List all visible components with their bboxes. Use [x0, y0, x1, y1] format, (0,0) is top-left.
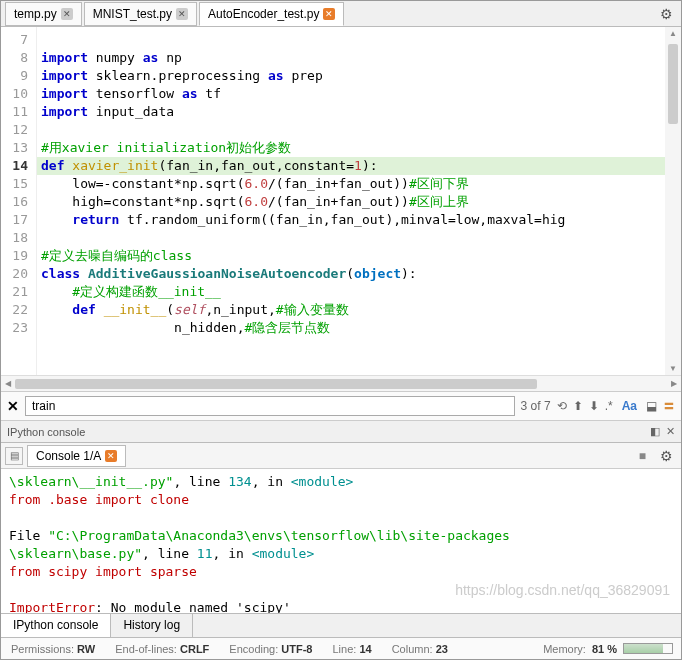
tab-label: temp.py [14, 7, 57, 21]
code-line[interactable]: class AdditiveGaussioanNoiseAutoencoder(… [37, 265, 665, 283]
find-down-icon[interactable]: ⬇ [589, 399, 599, 413]
console-tabbar: ▤ Console 1/A ✕ ■ ⚙ [1, 443, 681, 469]
gear-icon[interactable]: ⚙ [656, 444, 677, 468]
code-line[interactable]: return tf.random_uniform((fan_in,fan_out… [37, 211, 665, 229]
tab-label: AutoEncoder_test.py [208, 7, 319, 21]
code-line[interactable]: low=-constant*np.sqrt(6.0/(fan_in+fan_ou… [37, 175, 665, 193]
console-tab-label: Console 1/A [36, 449, 101, 463]
console-tab[interactable]: Console 1/A ✕ [27, 445, 126, 467]
find-up-icon[interactable]: ⬆ [573, 399, 583, 413]
status-line: 14 [359, 643, 371, 655]
find-case-icon[interactable]: Aa [619, 397, 640, 415]
panel-undock-icon[interactable]: ◧ [650, 425, 660, 438]
find-close-icon[interactable]: ✕ [7, 398, 19, 414]
console-panel-title: IPython console [7, 426, 85, 438]
find-input[interactable] [25, 396, 515, 416]
console-stop-icon[interactable]: ■ [639, 449, 646, 463]
console-text: from .base import clone [9, 491, 673, 509]
code-line[interactable]: #用xavier initialization初始化参数 [37, 139, 665, 157]
code-line[interactable] [37, 31, 665, 49]
gear-icon[interactable]: ⚙ [656, 2, 677, 26]
status-memory: 81 % [592, 643, 617, 655]
status-eol: CRLF [180, 643, 209, 655]
find-prev-icon[interactable]: ⟲ [557, 399, 567, 413]
scroll-thumb-h[interactable] [15, 379, 537, 389]
close-icon[interactable]: ✕ [61, 8, 73, 20]
editor-scrollbar-horizontal[interactable]: ◀ ▶ [1, 375, 681, 391]
console-panel-header: IPython console ◧ ✕ [1, 421, 681, 443]
code-line[interactable]: #定义去噪自编码的class [37, 247, 665, 265]
find-regex-icon[interactable]: .* [605, 399, 613, 413]
code-line[interactable]: import input_data [37, 103, 665, 121]
tab-ipython-console[interactable]: IPython console [1, 614, 111, 637]
memory-bar [623, 643, 673, 654]
code-editor[interactable]: 7891011121314151617181920212223 import n… [1, 27, 681, 375]
code-line[interactable]: #定义构建函数__init__ [37, 283, 665, 301]
scroll-right-icon[interactable]: ▶ [667, 379, 681, 388]
code-line[interactable]: def __init__(self,n_input,#输入变量数 [37, 301, 665, 319]
tab-label: MNIST_test.py [93, 7, 172, 21]
status-bar: Permissions: RW End-of-lines: CRLF Encod… [1, 637, 681, 659]
code-line[interactable]: n_hidden,#隐含层节点数 [37, 319, 665, 337]
find-options-icon[interactable]: 〓 [663, 398, 675, 415]
status-encoding: UTF-8 [281, 643, 312, 655]
find-bar: ✕ 3 of 7 ⟲ ⬆ ⬇ .* Aa ⬓ 〓 [1, 391, 681, 421]
console-text: \sklearn\__init__.py" [9, 474, 173, 489]
panel-close-icon[interactable]: ✕ [666, 425, 675, 438]
scroll-down-icon[interactable]: ▼ [669, 364, 677, 373]
code-line[interactable]: def xavier_init(fan_in,fan_out,constant=… [37, 157, 665, 175]
tab-history-log[interactable]: History log [111, 614, 193, 637]
code-line[interactable] [37, 121, 665, 139]
code-line[interactable]: import tensorflow as tf [37, 85, 665, 103]
line-gutter: 7891011121314151617181920212223 [1, 27, 37, 375]
status-permissions: RW [77, 643, 95, 655]
code-line[interactable]: high=constant*np.sqrt(6.0/(fan_in+fan_ou… [37, 193, 665, 211]
console-output[interactable]: \sklearn\__init__.py", line 134, in <mod… [1, 469, 681, 613]
find-match-count: 3 of 7 [521, 399, 551, 413]
console-text: from scipy import sparse [9, 563, 673, 581]
status-column: 23 [436, 643, 448, 655]
editor-tab[interactable]: temp.py✕ [5, 2, 82, 26]
find-word-icon[interactable]: ⬓ [646, 399, 657, 413]
close-icon[interactable]: ✕ [323, 8, 335, 20]
console-error: ImportError [9, 600, 95, 613]
editor-tab[interactable]: MNIST_test.py✕ [84, 2, 197, 26]
editor-scrollbar-vertical[interactable]: ▲ ▼ [665, 27, 681, 375]
code-line[interactable] [37, 229, 665, 247]
code-line[interactable]: import sklearn.preprocessing as prep [37, 67, 665, 85]
bottom-tabbar: IPython console History log [1, 613, 681, 637]
console-tablist-icon[interactable]: ▤ [5, 447, 23, 465]
close-icon[interactable]: ✕ [176, 8, 188, 20]
code-area[interactable]: import numpy as npimport sklearn.preproc… [37, 27, 665, 375]
scroll-left-icon[interactable]: ◀ [1, 379, 15, 388]
editor-tabbar: temp.py✕MNIST_test.py✕AutoEncoder_test.p… [1, 1, 681, 27]
scroll-thumb[interactable] [668, 44, 678, 124]
code-line[interactable]: import numpy as np [37, 49, 665, 67]
close-icon[interactable]: ✕ [105, 450, 117, 462]
editor-tab[interactable]: AutoEncoder_test.py✕ [199, 2, 344, 26]
scroll-up-icon[interactable]: ▲ [669, 29, 677, 38]
